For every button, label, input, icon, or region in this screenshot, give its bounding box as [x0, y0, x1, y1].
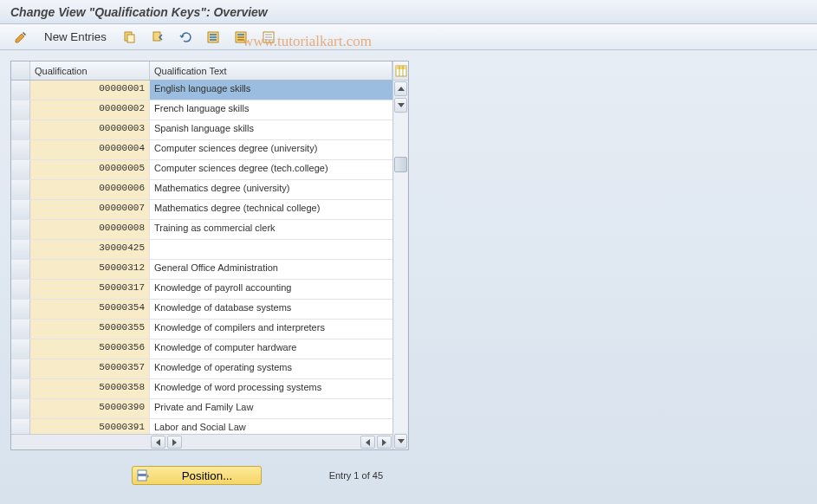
row-selector[interactable] [11, 339, 30, 359]
row-selector[interactable] [11, 120, 30, 139]
qualification-text-cell[interactable]: General Office Administration [150, 260, 392, 279]
qualification-text-cell[interactable]: Knowledge of database systems [150, 300, 392, 319]
scroll-right-button[interactable] [167, 436, 182, 449]
table-row[interactable]: 50000357Knowledge of operating systems [11, 359, 392, 379]
row-selector[interactable] [11, 379, 30, 398]
undo-button[interactable] [173, 29, 198, 46]
qualification-cell[interactable]: 50000390 [30, 399, 150, 418]
select-all-button[interactable] [201, 29, 225, 46]
vertical-scrollbar[interactable] [392, 61, 408, 449]
table-row[interactable]: 00000003Spanish language skills [11, 120, 392, 140]
horizontal-scrollbar[interactable] [11, 434, 392, 449]
row-selector[interactable] [11, 260, 30, 279]
row-selector[interactable] [11, 200, 30, 219]
qualification-cell[interactable]: 00000002 [30, 100, 150, 120]
table-row[interactable]: 00000008Training as commercial clerk [11, 220, 392, 240]
table-row[interactable]: 00000007Mathematics degree (technical co… [11, 200, 392, 220]
copy-icon [123, 30, 137, 44]
qualification-text-cell[interactable]: Mathematics degree (technical college) [150, 200, 392, 219]
deselect-all-button[interactable] [256, 29, 281, 46]
qualification-cell[interactable]: 50000358 [30, 379, 150, 398]
qualification-cell[interactable]: 00000003 [30, 120, 150, 139]
qualification-cell[interactable]: 30000425 [30, 240, 150, 259]
table-row[interactable]: 00000001English language skills [11, 81, 392, 100]
qualification-text-cell[interactable]: English language skills [150, 81, 392, 100]
select-block-button[interactable] [229, 29, 253, 46]
qualification-text-cell[interactable]: Computer sciences degree (university) [150, 140, 392, 159]
scroll-left-button[interactable] [151, 436, 165, 449]
hscroll-track[interactable] [183, 435, 360, 449]
qualification-cell[interactable]: 00000001 [30, 81, 150, 100]
qualification-cell[interactable]: 50000356 [30, 339, 150, 359]
chevron-left-icon [366, 439, 370, 446]
row-selector[interactable] [11, 180, 30, 199]
table-row[interactable]: 00000005Computer sciences degree (tech.c… [11, 160, 392, 180]
qualification-text-cell[interactable]: Mathematics degree (university) [150, 180, 392, 199]
qualification-text-cell[interactable]: French language skills [150, 100, 392, 120]
qualification-text-cell[interactable]: Computer sciences degree (tech.college) [150, 160, 392, 179]
table-row[interactable]: 50000354Knowledge of database systems [11, 300, 392, 320]
table-row[interactable]: 50000356Knowledge of computer hardware [11, 339, 392, 359]
row-selector[interactable] [11, 240, 30, 259]
svg-rect-20 [138, 474, 146, 476]
row-selector[interactable] [11, 399, 30, 418]
qualification-text-cell[interactable]: Private and Family Law [150, 399, 392, 418]
row-selector[interactable] [11, 160, 30, 179]
row-selector[interactable] [11, 419, 30, 434]
row-selector[interactable] [11, 140, 30, 159]
svg-rect-8 [237, 34, 244, 36]
row-selector[interactable] [11, 300, 30, 319]
copy-as-button[interactable] [118, 29, 142, 46]
vscroll-thumb[interactable] [394, 157, 407, 172]
qualification-text-cell[interactable]: Knowledge of operating systems [150, 359, 392, 378]
table-row[interactable]: 30000425 [11, 240, 392, 260]
qualification-cell[interactable]: 50000354 [30, 300, 150, 319]
scroll-down-end-button[interactable] [394, 434, 407, 449]
table-row[interactable]: 00000004Computer sciences degree (univer… [11, 140, 392, 160]
table-row[interactable]: 50000358Knowledge of word processing sys… [11, 379, 392, 399]
qualification-cell[interactable]: 50000391 [30, 419, 150, 434]
scroll-down-button[interactable] [394, 98, 407, 113]
qualification-cell[interactable]: 50000355 [30, 320, 150, 339]
qualification-cell[interactable]: 50000357 [30, 359, 150, 378]
scroll-right-end-button[interactable] [377, 436, 392, 449]
qualification-text-cell[interactable]: Training as commercial clerk [150, 220, 392, 239]
scroll-up-button[interactable] [394, 81, 407, 96]
row-selector[interactable] [11, 320, 30, 339]
row-selector[interactable] [11, 81, 30, 100]
qualification-cell[interactable]: 00000004 [30, 140, 150, 159]
row-selector[interactable] [11, 220, 30, 239]
table-row[interactable]: 50000317Knowledge of payroll accounting [11, 280, 392, 300]
qualification-text-cell[interactable]: Knowledge of compilers and interpreters [150, 320, 392, 339]
row-selector[interactable] [11, 359, 30, 378]
qualification-text-cell[interactable]: Labor and Social Law [150, 419, 392, 434]
toggle-change-mode-button[interactable] [9, 29, 33, 46]
table-settings-button[interactable] [393, 61, 408, 81]
qualification-text-cell[interactable]: Knowledge of payroll accounting [150, 280, 392, 299]
qualification-cell[interactable]: 50000317 [30, 280, 150, 299]
scroll-left-end-button[interactable] [360, 436, 375, 449]
qualification-text-column-header[interactable]: Qualification Text [150, 61, 392, 80]
qualification-text-cell[interactable]: Knowledge of computer hardware [150, 339, 392, 359]
qualification-cell[interactable]: 50000312 [30, 260, 150, 279]
qualification-column-header[interactable]: Qualification [30, 61, 150, 80]
table-row[interactable]: 50000312General Office Administration [11, 260, 392, 280]
position-button[interactable]: Position... [132, 466, 262, 485]
qualification-text-cell[interactable] [150, 240, 392, 259]
table-row[interactable]: 50000391Labor and Social Law [11, 419, 392, 434]
qualification-cell[interactable]: 00000007 [30, 200, 150, 219]
new-entries-button[interactable]: New Entries [36, 29, 114, 46]
qualification-cell[interactable]: 00000006 [30, 180, 150, 199]
table-row[interactable]: 50000355Knowledge of compilers and inter… [11, 320, 392, 339]
delete-button[interactable] [146, 29, 170, 46]
row-selector[interactable] [11, 100, 30, 120]
qualification-cell[interactable]: 00000008 [30, 220, 150, 239]
qualification-text-cell[interactable]: Spanish language skills [150, 120, 392, 139]
qualification-cell[interactable]: 00000005 [30, 160, 150, 179]
table-row[interactable]: 00000002French language skills [11, 100, 392, 120]
vscroll-track[interactable] [394, 113, 407, 433]
table-row[interactable]: 00000006Mathematics degree (university) [11, 180, 392, 200]
row-selector[interactable] [11, 280, 30, 299]
qualification-text-cell[interactable]: Knowledge of word processing systems [150, 379, 392, 398]
table-row[interactable]: 50000390Private and Family Law [11, 399, 392, 419]
